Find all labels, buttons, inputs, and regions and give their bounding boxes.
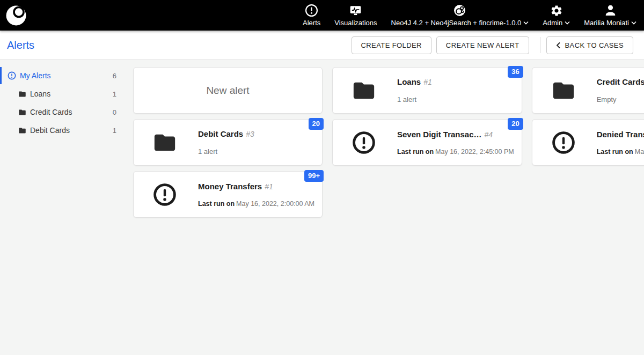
alert-circle-icon — [8, 71, 16, 80]
card-body: Denied Transactions#3 Last run onMay 16,… — [597, 130, 644, 156]
main-content: My Alerts 6 Loans 1 Credit Cards 0 — [0, 60, 644, 354]
page-header: Alerts CREATE FOLDER CREATE NEW ALERT BA… — [0, 31, 644, 60]
alert-card-money-transfers[interactable]: 99+ Money Transfers#1 Last run onMay 16,… — [133, 171, 323, 218]
nav-admin[interactable]: Admin — [543, 4, 570, 27]
card-body: Loans#1 1 alert — [397, 77, 440, 103]
card-number: #1 — [265, 182, 273, 191]
monitor-chart-icon — [348, 4, 363, 17]
card-number: #4 — [485, 130, 493, 139]
gear-icon — [550, 4, 563, 17]
card-last-run: Last run onMay 16, 2022, 2:45:00 PM — [597, 148, 644, 156]
header-divider — [540, 37, 540, 53]
folder-icon — [18, 127, 26, 135]
alert-card-denied-transactions[interactable]: 37 Denied Transactions#3 Last run onMay … — [532, 119, 644, 166]
nav-database-label-row: Neo4J 4.2 + Neo4jSearch + fincrime-1.0.0 — [391, 19, 529, 27]
sidebar-item-debit-cards[interactable]: Debit Cards 1 — [0, 121, 131, 139]
sidebar-item-label: Loans — [30, 90, 50, 98]
cards-area: New alert 36 Loans#1 1 alert — [131, 60, 644, 354]
folder-icon — [18, 108, 26, 116]
sidebar-item-label: My Alerts — [20, 71, 51, 80]
top-navigation-bar: Alerts Visualizations Neo4J 4.2 + Neo4jS… — [0, 0, 644, 31]
nav-visualizations[interactable]: Visualizations — [334, 4, 377, 27]
card-title: Credit Cards#2 — [597, 77, 644, 86]
folder-card-credit-cards[interactable]: Credit Cards#2 Empty — [532, 67, 644, 114]
card-subtitle: Empty — [597, 95, 644, 103]
nav-visualizations-label: Visualizations — [334, 19, 377, 27]
user-icon — [604, 4, 617, 17]
card-body: Debit Cards#3 1 alert — [198, 129, 262, 156]
nav-alerts-label: Alerts — [303, 19, 320, 27]
card-last-run: Last run onMay 16, 2022, 2:00:00 AM — [198, 200, 314, 208]
nav-admin-label: Admin — [543, 19, 562, 27]
card-subtitle: 1 alert — [397, 95, 432, 103]
sidebar-item-count: 1 — [113, 90, 116, 98]
page-title: Alerts — [7, 39, 34, 51]
create-new-alert-button[interactable]: CREATE NEW ALERT — [436, 36, 529, 54]
card-body: Credit Cards#2 Empty — [597, 77, 644, 103]
card-body: Seven Digit Transac…#4 Last run onMay 16… — [397, 130, 522, 156]
sidebar-item-count: 0 — [113, 108, 116, 116]
card-body: Money Transfers#1 Last run onMay 16, 202… — [198, 182, 322, 208]
chevron-left-icon — [556, 42, 561, 49]
sidebar-item-label: Credit Cards — [30, 108, 72, 116]
chevron-down-icon — [565, 21, 570, 25]
chevron-down-icon — [631, 21, 636, 25]
nav-alerts[interactable]: Alerts — [303, 4, 320, 27]
folder-card-debit-cards[interactable]: 20 Debit Cards#3 1 alert — [133, 119, 323, 166]
nav-user-label-row: Marilia Moniati — [584, 19, 636, 27]
card-number: #1 — [423, 78, 432, 86]
sidebar-item-count: 1 — [113, 127, 116, 135]
chevron-down-icon — [523, 21, 529, 25]
card-last-run: Last run onMay 16, 2022, 2:45:00 PM — [397, 148, 514, 156]
nav-admin-label-row: Admin — [543, 19, 570, 27]
sidebar-item-count: 6 — [113, 72, 116, 80]
sidebar-item-credit-cards[interactable]: Credit Cards 0 — [0, 103, 131, 121]
nav-database-label: Neo4J 4.2 + Neo4jSearch + fincrime-1.0.0 — [391, 19, 522, 27]
logo-crescent-icon — [5, 5, 27, 26]
alert-circle-icon — [345, 130, 383, 155]
new-alert-label: New alert — [206, 85, 249, 97]
alert-count-badge: 99+ — [304, 170, 324, 182]
folder-card-loans[interactable]: 36 Loans#1 1 alert — [332, 67, 522, 114]
nav-database[interactable]: Neo4J 4.2 + Neo4jSearch + fincrime-1.0.0 — [391, 4, 529, 27]
alert-circle-icon — [305, 4, 318, 17]
back-to-cases-button[interactable]: BACK TO CASES — [546, 36, 633, 54]
alert-circle-icon — [544, 130, 583, 155]
cards-grid: New alert 36 Loans#1 1 alert — [133, 67, 644, 218]
sidebar-item-label: Debit Cards — [30, 126, 70, 135]
alert-card-seven-digit-transactions[interactable]: 20 Seven Digit Transac…#4 Last run onMay… — [332, 119, 522, 166]
neo4j-globe-icon — [453, 4, 466, 17]
card-title: Seven Digit Transac…#4 — [397, 130, 514, 139]
card-number: #3 — [246, 130, 254, 138]
selected-indicator-bar — [0, 67, 2, 84]
header-actions: CREATE FOLDER CREATE NEW ALERT BACK TO C… — [352, 36, 633, 54]
folder-icon — [18, 90, 26, 98]
card-title: Money Transfers#1 — [198, 182, 314, 191]
nav-user-menu[interactable]: Marilia Moniati — [584, 4, 636, 27]
alert-count-badge: 36 — [508, 66, 523, 78]
folder-icon — [544, 78, 583, 103]
alert-count-badge: 20 — [508, 118, 523, 130]
sidebar-item-my-alerts[interactable]: My Alerts 6 — [0, 66, 131, 85]
new-alert-card[interactable]: New alert — [133, 67, 323, 114]
card-title: Denied Transactions#3 — [597, 130, 644, 139]
folder-icon — [145, 130, 184, 155]
alerts-sidebar: My Alerts 6 Loans 1 Credit Cards 0 — [0, 60, 131, 354]
nav-user-label: Marilia Moniati — [584, 19, 629, 27]
top-nav-items: Alerts Visualizations Neo4J 4.2 + Neo4jS… — [303, 4, 644, 27]
back-to-cases-label: BACK TO CASES — [565, 41, 624, 49]
alert-circle-icon — [145, 182, 184, 207]
folder-icon — [345, 78, 383, 103]
card-title: Loans#1 — [397, 77, 432, 86]
alert-count-badge: 20 — [309, 118, 324, 130]
card-title: Debit Cards#3 — [198, 129, 254, 138]
create-folder-button[interactable]: CREATE FOLDER — [352, 36, 431, 54]
sidebar-item-loans[interactable]: Loans 1 — [0, 85, 131, 103]
card-subtitle: 1 alert — [198, 147, 254, 156]
app-logo[interactable] — [5, 4, 27, 27]
